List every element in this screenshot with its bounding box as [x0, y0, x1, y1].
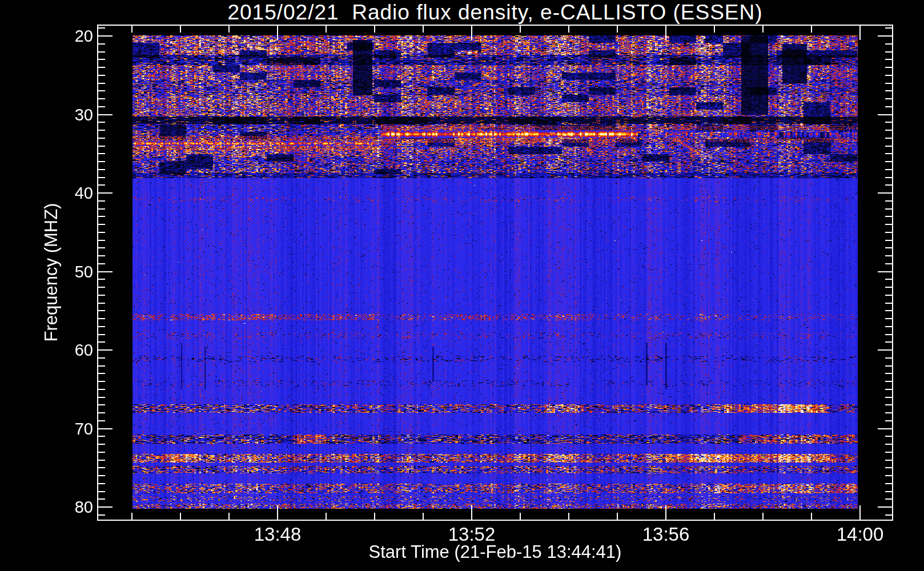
y-tick-label: 60: [53, 341, 93, 360]
spectrogram-page: 2015/02/21 Radio flux density, e-CALLIST…: [0, 0, 924, 571]
x-axis-title: Start Time (21-Feb-15 13:44:41): [98, 542, 893, 562]
y-tick-label: 40: [53, 184, 93, 203]
y-tick-label: 80: [53, 498, 93, 517]
y-tick-label: 30: [53, 106, 93, 124]
y-axis-title: Frequency (MHZ): [41, 203, 62, 342]
y-tick-label: 20: [53, 27, 93, 46]
axes-layer: [0, 0, 924, 571]
y-tick-label: 70: [53, 420, 93, 439]
plot-box-and-ticks: [98, 25, 893, 520]
